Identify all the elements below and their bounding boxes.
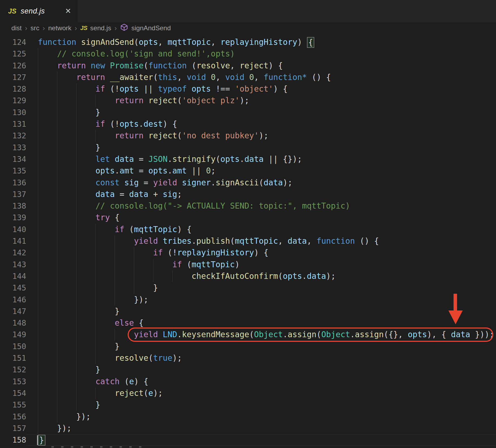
indent-guide-line bbox=[57, 72, 76, 83]
code-line-146[interactable]: 146}); bbox=[0, 294, 496, 306]
line-number[interactable]: 148 bbox=[0, 317, 26, 329]
code-line-142[interactable]: 142if (!replayingHistory) { bbox=[0, 247, 496, 259]
code-token: (! bbox=[110, 118, 120, 130]
code-line-145[interactable]: 145} bbox=[0, 282, 496, 294]
code-line-131[interactable]: 131if (!opts.dest) { bbox=[0, 118, 496, 130]
code-line-158[interactable]: 158} bbox=[0, 434, 496, 446]
line-number[interactable]: 135 bbox=[0, 165, 26, 177]
code-token: || bbox=[187, 165, 206, 177]
line-number[interactable]: 140 bbox=[0, 224, 26, 235]
code-text: // console.log("-> ACTUALLY SEND: topic:… bbox=[26, 200, 350, 212]
code-line-148[interactable]: 148else { bbox=[0, 317, 496, 329]
indent-guide-line bbox=[38, 270, 57, 282]
indent-guide-line bbox=[57, 282, 76, 294]
code-token: sig bbox=[163, 189, 177, 200]
code-line-152[interactable]: 152} bbox=[0, 364, 496, 376]
code-line-149[interactable]: 149yield LND.keysendMessage(Object.assig… bbox=[0, 329, 496, 340]
code-line-130[interactable]: 130} bbox=[0, 107, 496, 118]
line-number[interactable]: 145 bbox=[0, 282, 26, 294]
code-line-151[interactable]: 151resolve(true); bbox=[0, 352, 496, 364]
line-number[interactable]: 149 bbox=[0, 329, 26, 340]
line-number[interactable]: 129 bbox=[0, 95, 26, 106]
line-number[interactable]: 142 bbox=[0, 247, 26, 259]
code-text: return reject('no dest pubkey'); bbox=[26, 130, 269, 142]
code-token: ( bbox=[153, 72, 158, 83]
code-line-155[interactable]: 155} bbox=[0, 399, 496, 411]
code-token: signAndSend bbox=[81, 36, 134, 48]
code-line-137[interactable]: 137data = data + sig; bbox=[0, 189, 496, 200]
breadcrumb-signandsend[interactable]: signAndSend bbox=[131, 24, 171, 32]
indent-guide-line bbox=[76, 376, 95, 387]
code-token: ( bbox=[129, 224, 134, 235]
code-line-135[interactable]: 135opts.amt = opts.amt || 0; bbox=[0, 165, 496, 177]
line-number[interactable]: 132 bbox=[0, 130, 26, 142]
line-number[interactable]: 138 bbox=[0, 200, 26, 212]
code-line-128[interactable]: 128if (!opts || typeof opts !== 'object'… bbox=[0, 83, 496, 95]
line-number[interactable]: 158 bbox=[0, 434, 26, 446]
code-line-127[interactable]: 127return __awaiter(this, void 0, void 0… bbox=[0, 72, 496, 83]
code-line-139[interactable]: 139try { bbox=[0, 212, 496, 223]
code-line-144[interactable]: 144checkIfAutoConfirm(opts.data); bbox=[0, 270, 496, 282]
line-number[interactable]: 146 bbox=[0, 294, 26, 306]
indent-guide-line bbox=[76, 165, 95, 177]
line-number[interactable]: 136 bbox=[0, 177, 26, 189]
code-line-153[interactable]: 153catch (e) { bbox=[0, 376, 496, 387]
line-number[interactable]: 153 bbox=[0, 376, 26, 387]
tab-send-js[interactable]: JS send.js ✕ bbox=[0, 0, 78, 22]
breadcrumb-src[interactable]: src bbox=[31, 24, 39, 32]
code-token: amt bbox=[172, 165, 187, 177]
code-line-140[interactable]: 140if (mqttTopic) { bbox=[0, 224, 496, 235]
indent-guide-line bbox=[38, 83, 57, 95]
code-token: data bbox=[244, 153, 264, 165]
code-line-154[interactable]: 154reject(e); bbox=[0, 387, 496, 399]
line-number[interactable]: 152 bbox=[0, 364, 26, 376]
indent-guide-line bbox=[57, 212, 76, 223]
code-line-134[interactable]: 134let data = JSON.stringify(opts.data |… bbox=[0, 153, 496, 165]
line-number[interactable]: 137 bbox=[0, 189, 26, 200]
code-line-132[interactable]: 132return reject('no dest pubkey'); bbox=[0, 130, 496, 142]
line-number[interactable]: 128 bbox=[0, 83, 26, 95]
code-line-126[interactable]: 126return new Promise(function (resolve,… bbox=[0, 60, 496, 72]
code-line-124[interactable]: 124function signAndSend(opts, mqttTopic,… bbox=[0, 36, 496, 48]
code-line-141[interactable]: 141yield tribes.publish(mqttTopic, data,… bbox=[0, 235, 496, 247]
line-number[interactable]: 154 bbox=[0, 387, 26, 399]
line-number[interactable]: 143 bbox=[0, 259, 26, 270]
line-number[interactable]: 147 bbox=[0, 306, 26, 317]
line-number[interactable]: 156 bbox=[0, 411, 26, 423]
code-line-156[interactable]: 156}); bbox=[0, 411, 496, 423]
line-number[interactable]: 133 bbox=[0, 142, 26, 153]
line-number[interactable]: 130 bbox=[0, 107, 26, 118]
code-line-125[interactable]: 125// console.log('sign and send!',opts) bbox=[0, 48, 496, 60]
line-number[interactable]: 134 bbox=[0, 153, 26, 165]
line-number[interactable]: 157 bbox=[0, 423, 26, 434]
line-number[interactable]: 125 bbox=[0, 48, 26, 60]
code-line-129[interactable]: 129return reject('object plz'); bbox=[0, 95, 496, 106]
breadcrumb-network[interactable]: network bbox=[48, 24, 71, 32]
code-line-147[interactable]: 147} bbox=[0, 306, 496, 317]
line-number[interactable]: 151 bbox=[0, 352, 26, 364]
code-token: assign bbox=[355, 329, 384, 340]
code-line-133[interactable]: 133} bbox=[0, 142, 496, 153]
line-number[interactable]: 139 bbox=[0, 212, 26, 223]
breadcrumb-dist[interactable]: dist bbox=[11, 24, 22, 32]
line-number[interactable]: 124 bbox=[0, 36, 26, 48]
code-token: LND bbox=[163, 329, 177, 340]
code-line-136[interactable]: 136const sig = yield signer.signAscii(da… bbox=[0, 177, 496, 189]
code-token: } bbox=[115, 341, 120, 352]
line-number[interactable]: 126 bbox=[0, 60, 26, 72]
code-token: ( bbox=[134, 36, 139, 48]
code-line-138[interactable]: 138// console.log("-> ACTUALLY SEND: top… bbox=[0, 200, 496, 212]
line-number[interactable]: 150 bbox=[0, 341, 26, 352]
line-number[interactable]: 155 bbox=[0, 399, 26, 411]
indent-guide-line bbox=[134, 247, 153, 259]
line-number[interactable]: 131 bbox=[0, 118, 26, 130]
code-line-157[interactable]: 157}); bbox=[0, 423, 496, 434]
line-number[interactable]: 144 bbox=[0, 270, 26, 282]
line-number[interactable]: 127 bbox=[0, 72, 26, 83]
code-line-143[interactable]: 143if (mqttTopic) bbox=[0, 259, 496, 270]
code-line-150[interactable]: 150} bbox=[0, 341, 496, 352]
breadcrumb-send-js[interactable]: send.js bbox=[90, 24, 111, 32]
code-token: void bbox=[187, 72, 211, 83]
line-number[interactable]: 141 bbox=[0, 235, 26, 247]
close-icon[interactable]: ✕ bbox=[65, 8, 71, 15]
